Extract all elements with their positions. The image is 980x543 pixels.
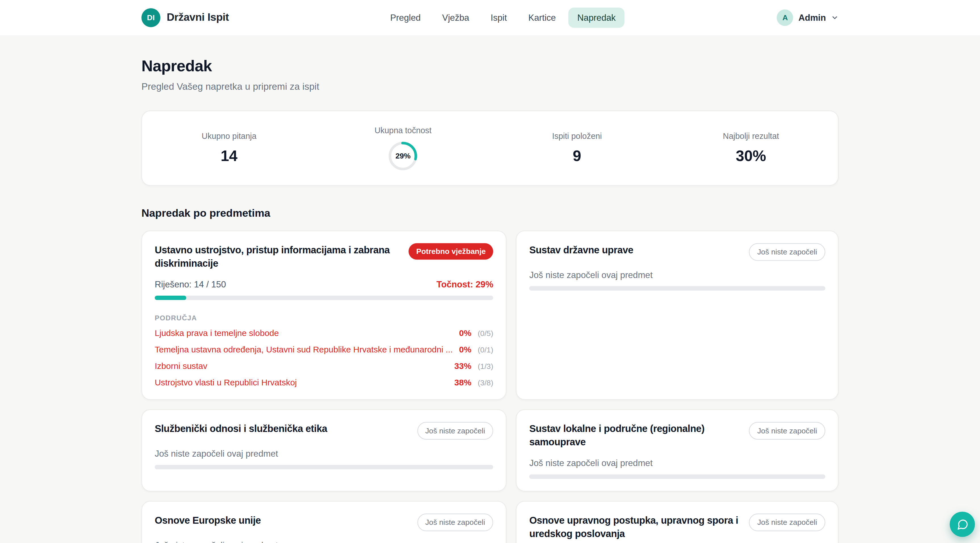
status-badge-not-started: Još niste započeli <box>417 422 493 439</box>
stat-overall-accuracy: Ukupna točnost 29% <box>316 126 490 171</box>
status-badge-not-started: Još niste započeli <box>749 513 826 531</box>
main-content: Napredak Pregled Vašeg napretka u pripre… <box>142 57 838 543</box>
subject-card-sustav-drzavne-uprave[interactable]: Sustav državne uprave Još niste započeli… <box>516 231 838 400</box>
area-row: Temeljna ustavna određenja, Ustavni sud … <box>155 345 493 354</box>
area-percent: 33% <box>454 361 471 371</box>
stat-value: 9 <box>490 147 664 165</box>
subject-progress-bar <box>155 295 493 300</box>
subjects-section-title: Napredak po predmetima <box>142 207 838 220</box>
subject-progress-bar <box>529 474 825 479</box>
area-row: Ljudska prava i temeljne slobode 0% (0/5… <box>155 328 493 338</box>
nav-item-napredak[interactable]: Napredak <box>568 8 624 28</box>
page-subtitle: Pregled Vašeg napretka u pripremi za isp… <box>142 81 838 92</box>
chat-bubble-icon <box>956 518 968 530</box>
subject-card-osnove-europske-unije[interactable]: Osnove Europske unije Još niste započeli… <box>142 501 506 543</box>
subject-title: Službenički odnosi i službenička etika <box>155 422 327 435</box>
area-name: Izborni sustav <box>155 361 448 371</box>
area-name: Temeljna ustavna određenja, Ustavni sud … <box>155 345 453 354</box>
summary-stats-card: Ukupno pitanja 14 Ukupna točnost 29% Isp… <box>142 110 838 186</box>
nav-item-vjezba[interactable]: Vježba <box>433 8 478 28</box>
area-count: (0/5) <box>478 329 493 338</box>
subject-title: Sustav državne uprave <box>529 243 633 257</box>
accuracy-value: Točnost: 29% <box>436 279 493 290</box>
stat-value: 14 <box>142 147 316 165</box>
top-nav: DI Državni Ispit Pregled Vježba Ispit Ka… <box>0 0 980 36</box>
stat-label: Ukupno pitanja <box>142 132 316 141</box>
subject-title: Osnove upravnog postupka, upravnog spora… <box>529 513 741 540</box>
not-started-text: Još niste započeli ovaj predmet <box>155 540 493 543</box>
donut-value: 29% <box>388 142 417 170</box>
brand-logo: DI <box>142 8 161 27</box>
nav-item-ispit[interactable]: Ispit <box>482 8 515 28</box>
brand[interactable]: DI Državni Ispit <box>142 8 229 27</box>
status-badge-needs-practice: Potrebno vježbanje <box>409 243 493 260</box>
area-count: (1/3) <box>478 362 493 371</box>
subject-progress-bar <box>155 465 493 469</box>
areas-heading: PODRUČJA <box>155 314 493 322</box>
user-menu[interactable]: A Admin <box>777 10 838 26</box>
app-root: DI Državni Ispit Pregled Vježba Ispit Ka… <box>0 0 980 543</box>
stat-best-result: Najbolji rezultat 30% <box>664 132 838 165</box>
area-percent: 0% <box>459 345 471 354</box>
status-badge-not-started: Još niste započeli <box>749 243 826 261</box>
subject-card-ustavno-ustrojstvo[interactable]: Ustavno ustrojstvo, pristup informacijam… <box>142 231 506 400</box>
area-name: Ustrojstvo vlasti u Republici Hrvatskoj <box>155 378 448 387</box>
area-percent: 38% <box>454 378 471 387</box>
main-nav: Pregled Vježba Ispit Kartice Napredak <box>381 8 624 28</box>
page-title: Napredak <box>142 57 838 75</box>
status-badge-not-started: Još niste započeli <box>749 422 826 439</box>
area-percent: 0% <box>459 328 471 338</box>
chat-button[interactable] <box>950 512 975 537</box>
chevron-down-icon <box>831 14 838 22</box>
solved-count: Riješeno: 14 / 150 <box>155 279 226 290</box>
subjects-grid: Ustavno ustrojstvo, pristup informacijam… <box>142 231 838 543</box>
status-badge-not-started: Još niste započeli <box>417 513 493 531</box>
subject-title: Osnove Europske unije <box>155 513 261 527</box>
not-started-text: Još niste započeli ovaj predmet <box>529 270 825 280</box>
subject-card-osnove-upravnog-postupka[interactable]: Osnove upravnog postupka, upravnog spora… <box>516 501 838 543</box>
subject-card-sluzbenicki-odnosi[interactable]: Službenički odnosi i službenička etika J… <box>142 409 506 491</box>
stat-exams-passed: Ispiti položeni 9 <box>490 132 664 165</box>
not-started-text: Još niste započeli ovaj predmet <box>155 448 493 459</box>
subject-title: Ustavno ustrojstvo, pristup informacijam… <box>155 243 401 270</box>
subject-title: Sustav lokalne i područne (regionalne) s… <box>529 422 741 449</box>
not-started-text: Još niste započeli ovaj predmet <box>529 457 825 468</box>
area-row: Izborni sustav 33% (1/3) <box>155 361 493 371</box>
area-count: (0/1) <box>478 346 493 354</box>
area-row: Ustrojstvo vlasti u Republici Hrvatskoj … <box>155 378 493 387</box>
stat-label: Ukupna točnost <box>316 126 490 135</box>
avatar: A <box>777 10 794 26</box>
stat-total-questions: Ukupno pitanja 14 <box>142 132 316 165</box>
subject-progress-bar <box>529 286 825 291</box>
nav-item-kartice[interactable]: Kartice <box>520 8 565 28</box>
area-name: Ljudska prava i temeljne slobode <box>155 328 453 338</box>
accuracy-donut: 29% <box>388 142 417 170</box>
user-name: Admin <box>798 13 826 23</box>
brand-name: Državni Ispit <box>167 11 229 24</box>
stat-label: Najbolji rezultat <box>664 132 838 141</box>
stat-label: Ispiti položeni <box>490 132 664 141</box>
area-count: (3/8) <box>478 378 493 387</box>
stat-value: 30% <box>664 147 838 165</box>
progress-fill <box>155 295 186 300</box>
nav-item-pregled[interactable]: Pregled <box>381 8 430 28</box>
subject-card-sustav-lokalne-samouprave[interactable]: Sustav lokalne i područne (regionalne) s… <box>516 409 838 491</box>
